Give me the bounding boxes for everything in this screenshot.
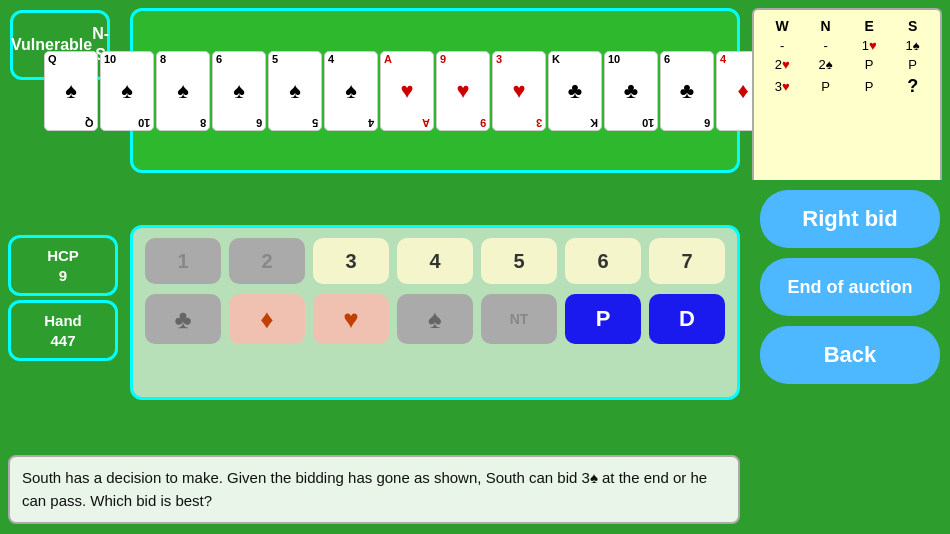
- bid-cell: 1♠: [891, 36, 934, 55]
- bid-header-N: N: [804, 16, 847, 36]
- back-button[interactable]: Back: [760, 326, 940, 384]
- card-10-spades: 10 ♠ 10: [100, 51, 154, 131]
- bid-cell: 1♥: [847, 36, 891, 55]
- bid-number-4[interactable]: 4: [397, 238, 473, 284]
- cards-area: Q ♠ Q 10 ♠ 10 8 ♠ 8 6 ♠ 6 5 ♠ 5 4 ♠ 4: [130, 8, 740, 173]
- bid-cell: 3♥: [760, 74, 804, 99]
- bid-cell: -: [760, 36, 804, 55]
- bid-double-button[interactable]: D: [649, 294, 725, 344]
- bid-cell: P: [847, 74, 891, 99]
- bid-number-1[interactable]: 1: [145, 238, 221, 284]
- hand-badge: Hand 447: [8, 300, 118, 361]
- bid-numbers-row: 1 2 3 4 5 6 7: [145, 238, 725, 284]
- bid-spades-button[interactable]: ♠: [397, 294, 473, 344]
- bid-number-3[interactable]: 3: [313, 238, 389, 284]
- card-Q-spades: Q ♠ Q: [44, 51, 98, 131]
- card-A-hearts: A ♥ A: [380, 51, 434, 131]
- bid-number-5[interactable]: 5: [481, 238, 557, 284]
- card-10-clubs: 10 ♣ 10: [604, 51, 658, 131]
- bid-header-E: E: [847, 16, 891, 36]
- card-K-clubs: K ♣ K: [548, 51, 602, 131]
- bid-diamonds-button[interactable]: ♦: [229, 294, 305, 344]
- description-text: South has a decision to make. Given the …: [8, 455, 740, 524]
- bid-nt-button[interactable]: NT: [481, 294, 557, 344]
- card-5-spades: 5 ♠ 5: [268, 51, 322, 131]
- card-6-spades: 6 ♠ 6: [212, 51, 266, 131]
- end-of-auction-button[interactable]: End of auction: [760, 258, 940, 316]
- bid-pass-button[interactable]: P: [565, 294, 641, 344]
- bid-number-7[interactable]: 7: [649, 238, 725, 284]
- bid-cell: P: [891, 55, 934, 74]
- bidding-panel: 1 2 3 4 5 6 7 ♣ ♦ ♥ ♠ NT P D: [130, 225, 740, 400]
- bid-cell: P: [847, 55, 891, 74]
- card-9-hearts: 9 ♥ 9: [436, 51, 490, 131]
- bid-cell: -: [804, 36, 847, 55]
- bid-header-W: W: [760, 16, 804, 36]
- bid-suits-row: ♣ ♦ ♥ ♠ NT P D: [145, 294, 725, 344]
- cards-row: Q ♠ Q 10 ♠ 10 8 ♠ 8 6 ♠ 6 5 ♠ 5 4 ♠ 4: [44, 51, 826, 131]
- description-content: South has a decision to make. Given the …: [22, 469, 707, 509]
- bid-cell: ?: [891, 74, 934, 99]
- bid-cell: 2♥: [760, 55, 804, 74]
- card-8-spades: 8 ♠ 8: [156, 51, 210, 131]
- bid-number-2[interactable]: 2: [229, 238, 305, 284]
- bid-number-6[interactable]: 6: [565, 238, 641, 284]
- hcp-badge: HCP 9: [8, 235, 118, 296]
- info-badges: HCP 9 Hand 447: [8, 235, 118, 361]
- bid-cell: 2♠: [804, 55, 847, 74]
- card-4-spades: 4 ♠ 4: [324, 51, 378, 131]
- right-panel: Right bid End of auction Back: [750, 180, 950, 534]
- bid-hearts-button[interactable]: ♥: [313, 294, 389, 344]
- card-6-clubs: 6 ♣ 6: [660, 51, 714, 131]
- right-bid-button[interactable]: Right bid: [760, 190, 940, 248]
- bid-clubs-button[interactable]: ♣: [145, 294, 221, 344]
- card-3-hearts: 3 ♥ 3: [492, 51, 546, 131]
- bid-header-S: S: [891, 16, 934, 36]
- bid-cell: P: [804, 74, 847, 99]
